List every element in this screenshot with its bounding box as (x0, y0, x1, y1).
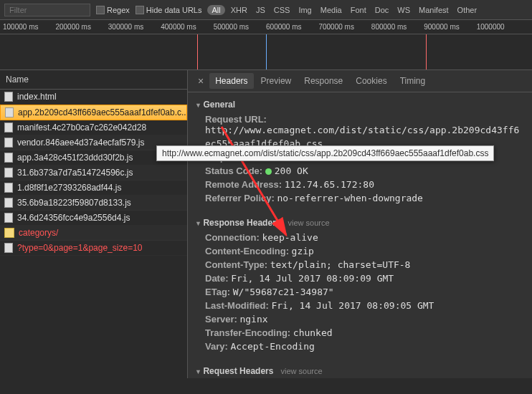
timeline-overview[interactable] (0, 34, 532, 70)
file-icon (5, 107, 14, 117)
filter-input[interactable] (4, 4, 90, 16)
filter-other[interactable]: Other (455, 5, 480, 15)
table-row[interactable]: ?type=0&page=1&page_size=10 (0, 241, 187, 256)
file-icon (4, 198, 13, 208)
file-name: 1.d8f8f1e27393268adf44.js (17, 183, 121, 193)
view-source-link[interactable]: view source (288, 218, 329, 227)
file-icon (4, 92, 13, 102)
file-name: app.2b209cd43ff669aec555aaaf1dfef0ab.c..… (18, 107, 187, 117)
tab-cookies[interactable]: Cookies (350, 73, 392, 89)
table-row[interactable]: app.2b209cd43ff669aec555aaaf1dfef0ab.c..… (0, 105, 187, 120)
filter-ws[interactable]: WS (394, 5, 413, 15)
header-row: Content-Type: text/plain; charset=UTF-8 (195, 258, 525, 272)
file-name: index.html (17, 92, 57, 102)
folder-icon (4, 228, 14, 238)
file-name: vendor.846aee4d37a4ecfaf579.js (17, 138, 145, 148)
filter-manifest[interactable]: Manifest (416, 5, 452, 15)
table-row[interactable]: 35.6b9a18223f59807d8133.js (0, 196, 187, 211)
hide-data-urls-checkbox[interactable]: Hide data URLs (136, 6, 202, 14)
details-tabs: × Headers Preview Response Cookies Timin… (188, 70, 532, 92)
request-list: Name index.htmlapp.2b209cd43ff669aec555a… (0, 70, 188, 378)
filter-doc[interactable]: Doc (372, 5, 392, 15)
file-name: 34.6d24356fcc4e9a2556d4.js (17, 213, 130, 223)
table-row[interactable]: 31.6b373a7d7a514724596c.js (0, 165, 187, 181)
tab-response[interactable]: Response (298, 73, 348, 89)
file-icon (4, 213, 13, 223)
filter-font[interactable]: Font (348, 5, 369, 15)
file-name: manifest.4c27b0ca7c262e042d28 (17, 122, 146, 133)
file-icon (4, 122, 13, 133)
table-row[interactable]: 1.d8f8f1e27393268adf44.js (0, 181, 187, 196)
header-row: Connection: keep-alive (195, 231, 525, 244)
file-icon (4, 243, 13, 253)
table-row[interactable]: 34.6d24356fcc4e9a2556d4.js (0, 211, 187, 226)
header-row: Date: Fri, 14 Jul 2017 08:09:09 GMT (195, 272, 525, 285)
type-filter-tabs: All XHR JS CSS Img Media Font Doc WS Man… (207, 5, 480, 15)
tab-headers[interactable]: Headers (209, 73, 253, 89)
filter-css[interactable]: CSS (271, 5, 293, 15)
file-icon (4, 168, 13, 178)
table-row[interactable]: categorys/ (0, 226, 187, 241)
file-name: 35.6b9a18223f59807d8133.js (17, 198, 131, 208)
file-name: ?type=0&page=1&page_size=10 (17, 243, 143, 253)
filter-all[interactable]: All (207, 5, 224, 15)
general-section-title[interactable]: General (195, 95, 525, 112)
close-icon[interactable]: × (194, 75, 208, 87)
header-row: Content-Encoding: gzip (195, 244, 525, 258)
timeline-ruler: 100000 ms200000 ms300000 ms 400000 ms500… (0, 20, 532, 34)
header-row: Transfer-Encoding: chunked (195, 326, 525, 340)
file-name: 31.6b373a7d7a514724596c.js (17, 168, 133, 178)
details-panel: × Headers Preview Response Cookies Timin… (188, 70, 532, 378)
file-icon (4, 183, 13, 193)
filter-xhr[interactable]: XHR (228, 5, 250, 15)
file-name: app.3a428c451f23ddd30f2b.js (17, 153, 133, 163)
tab-preview[interactable]: Preview (255, 73, 298, 89)
table-row[interactable]: manifest.4c27b0ca7c262e042d28 (0, 120, 187, 135)
name-column-header[interactable]: Name (0, 70, 187, 90)
header-row: Server: nginx (195, 312, 525, 326)
header-row: Last-Modified: Fri, 14 Jul 2017 08:09:05… (195, 299, 525, 312)
file-name: categorys/ (19, 228, 58, 238)
view-source-link[interactable]: view source (280, 367, 322, 375)
filter-js[interactable]: JS (253, 5, 268, 15)
url-tooltip: http://www.ecmagnet.com/dist/static/css/… (156, 145, 494, 161)
filter-img[interactable]: Img (295, 5, 314, 15)
regex-checkbox[interactable]: Regex (96, 6, 130, 14)
response-headers-title[interactable]: Response Headersview source (195, 213, 525, 231)
status-dot-icon (265, 168, 272, 175)
tab-timing[interactable]: Timing (394, 73, 432, 89)
file-icon (4, 138, 13, 148)
header-row: ETag: W/"59687c21-34987" (195, 285, 525, 299)
file-icon (4, 153, 13, 163)
request-headers-title[interactable]: Request Headersview source (195, 362, 525, 378)
table-row[interactable]: index.html (0, 90, 187, 105)
header-row: Vary: Accept-Encoding (195, 340, 525, 353)
filter-bar: Regex Hide data URLs All XHR JS CSS Img … (0, 0, 532, 20)
filter-media[interactable]: Media (318, 5, 345, 15)
